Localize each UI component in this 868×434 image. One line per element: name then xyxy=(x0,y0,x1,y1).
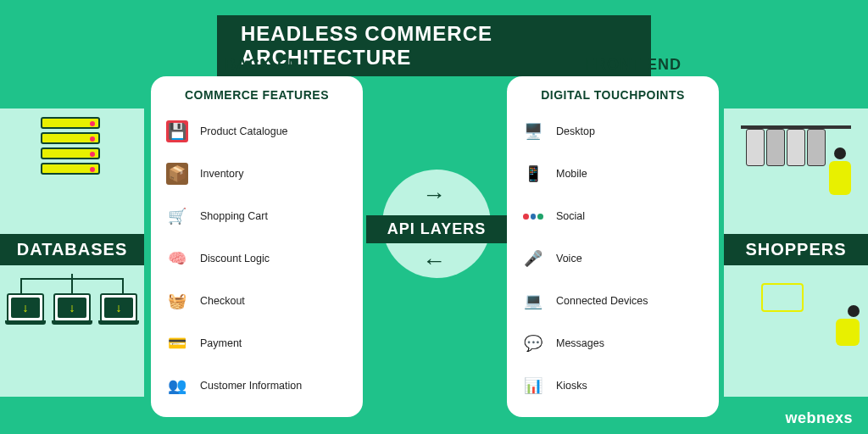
discount-icon: 🧠 xyxy=(166,248,188,270)
messages-icon: 💬 xyxy=(522,332,544,354)
feature-discount-logic: 🧠 Discount Logic xyxy=(166,237,348,280)
touchpoint-kiosks: 📊 Kiosks xyxy=(522,364,704,407)
section-label-frontend: FRONT END xyxy=(585,56,682,74)
catalogue-icon: 💾 xyxy=(166,120,188,142)
touchpoint-label: Mobile xyxy=(556,168,587,180)
section-label-backend: BACK END xyxy=(225,56,312,74)
feature-label: Product Catalogue xyxy=(200,125,288,137)
backend-card: COMMERCE FEATURES 💾 Product Catalogue 📦 … xyxy=(151,76,363,417)
checkout-icon: 🧺 xyxy=(166,290,188,312)
feature-inventory: 📦 Inventory xyxy=(166,153,348,195)
touchpoint-label: Messages xyxy=(556,337,604,349)
feature-shopping-cart: 🛒 Shopping Cart xyxy=(166,195,348,237)
touchpoint-label: Voice xyxy=(556,253,582,264)
api-layers-label: API LAYERS xyxy=(366,215,507,243)
desktop-icon: 🖥️ xyxy=(522,120,544,142)
feature-label: Discount Logic xyxy=(200,253,270,264)
payment-icon: 💳 xyxy=(166,332,188,354)
voice-icon: 🎤 xyxy=(522,248,544,270)
feature-label: Shopping Cart xyxy=(200,210,268,222)
arrow-right-icon: → xyxy=(422,181,446,209)
social-icon xyxy=(522,205,544,227)
touchpoint-messages: 💬 Messages xyxy=(522,322,704,364)
feature-label: Inventory xyxy=(200,168,243,180)
touchpoint-label: Desktop xyxy=(556,125,595,137)
touchpoint-mobile: 📱 Mobile xyxy=(522,153,704,195)
feature-label: Customer Information xyxy=(200,380,302,392)
cart-icon: 🛒 xyxy=(166,205,188,227)
shopper-standing-icon xyxy=(826,147,854,207)
feature-payment: 💳 Payment xyxy=(166,322,348,364)
server-icon xyxy=(41,117,100,193)
feature-label: Payment xyxy=(200,337,242,349)
touchpoint-connected-devices: 💻 Connected Devices xyxy=(522,280,704,322)
touchpoint-label: Kiosks xyxy=(556,380,587,392)
arrow-left-icon: ← xyxy=(422,248,446,275)
frontend-card: DIGITAL TOUCHPOINTS 🖥️ Desktop 📱 Mobile … xyxy=(507,76,719,417)
frontend-heading: DIGITAL TOUCHPOINTS xyxy=(522,88,704,102)
touchpoint-label: Connected Devices xyxy=(556,295,648,307)
touchpoint-desktop: 🖥️ Desktop xyxy=(522,110,704,153)
connected-devices-icon: 💻 xyxy=(522,290,544,312)
feature-customer-information: 👥 Customer Information xyxy=(166,364,348,407)
feature-label: Checkout xyxy=(200,295,245,307)
databases-label: DATABASES xyxy=(0,234,144,265)
shoppers-label: SHOPPERS xyxy=(724,234,868,265)
backend-heading: COMMERCE FEATURES xyxy=(166,88,348,102)
kiosks-icon: 📊 xyxy=(522,375,544,397)
touchpoint-label: Social xyxy=(556,210,585,222)
laptops-icon xyxy=(7,293,137,334)
touchpoint-voice: 🎤 Voice xyxy=(522,237,704,280)
feature-product-catalogue: 💾 Product Catalogue xyxy=(166,110,348,153)
mobile-icon: 📱 xyxy=(522,163,544,185)
inventory-icon: 📦 xyxy=(166,163,188,185)
touchpoint-social: Social xyxy=(522,195,704,237)
brand-logo: webnexs xyxy=(785,409,853,427)
shopper-cart-icon xyxy=(758,278,860,346)
feature-checkout: 🧺 Checkout xyxy=(166,280,348,322)
customer-icon: 👥 xyxy=(166,375,188,397)
